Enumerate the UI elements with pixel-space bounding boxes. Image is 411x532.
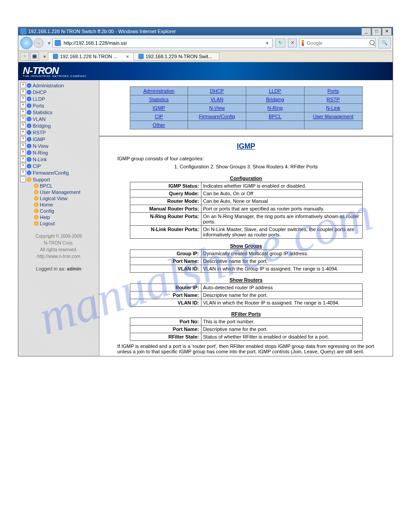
copyright: Copyright © 2008-2009 N-TRON Corp. All r… — [18, 233, 99, 260]
tree-expander[interactable]: + — [20, 89, 26, 95]
def-value: Can be Auto, None or Manual — [201, 197, 362, 205]
tree-expander[interactable]: + — [20, 136, 26, 142]
nav-link[interactable]: N-Ring — [267, 105, 283, 111]
sidebar-item[interactable]: Help — [40, 215, 50, 220]
nav-link[interactable]: VLAN — [210, 97, 223, 102]
sidebar-item[interactable]: Support — [33, 177, 50, 182]
window-title: 192.168.1.228 N-TRON Switch ff:2b:00 - W… — [28, 29, 176, 34]
login-status: Logged in as: admin — [18, 266, 99, 271]
definition-table: Group IP:Dynamically created Multicast g… — [130, 249, 363, 273]
tree-expander[interactable]: + — [20, 129, 26, 135]
stop-button[interactable]: ✕ — [288, 39, 297, 47]
sidebar-item[interactable]: LLDP — [33, 96, 45, 102]
nav-link[interactable]: IGMP — [153, 105, 165, 111]
tree-expander[interactable]: + — [20, 143, 26, 149]
sidebar-item[interactable]: Firmware/Config — [33, 170, 69, 176]
tree-expander[interactable]: + — [20, 156, 26, 162]
def-value: Port or ports that are specified as rout… — [201, 205, 362, 213]
section-heading: RFilter Ports — [99, 311, 393, 317]
quick-tabs-button[interactable]: ▦ — [30, 52, 39, 61]
search-icon[interactable] — [369, 40, 372, 46]
tree-expander[interactable]: + — [20, 109, 26, 115]
close-button[interactable]: ✕ — [382, 28, 392, 36]
sidebar-item[interactable]: Ports — [33, 103, 44, 108]
page-title: IGMP — [99, 142, 393, 150]
bullet-icon — [34, 184, 39, 188]
nav-link[interactable]: Statistics — [149, 97, 169, 102]
nav-link[interactable]: DHCP — [210, 88, 224, 94]
favorites-button[interactable]: ★ — [20, 52, 29, 61]
tree-expander[interactable]: + — [20, 150, 26, 155]
sidebar-item[interactable]: Home — [40, 202, 53, 207]
sidebar-item[interactable]: VLAN — [33, 116, 46, 122]
url-input[interactable] — [63, 40, 264, 46]
sidebar-item[interactable]: DHCP — [33, 90, 47, 95]
nav-link[interactable]: N-View — [209, 105, 225, 111]
bullet-icon — [27, 97, 31, 101]
tree-expander[interactable]: - — [20, 176, 26, 182]
nav-link[interactable]: BPCL — [269, 114, 282, 119]
tree-expander[interactable]: + — [20, 163, 26, 169]
tab-icon — [138, 54, 144, 59]
address-bar[interactable]: ▾ — [52, 38, 273, 48]
nav-link[interactable]: Administration — [143, 88, 175, 94]
back-button[interactable]: ← — [20, 37, 33, 49]
nav-link[interactable]: LLDP — [269, 88, 282, 94]
search-box[interactable] — [300, 38, 376, 48]
bullet-icon — [27, 171, 31, 175]
forward-button[interactable]: → — [34, 38, 43, 48]
maximize-button[interactable]: □ — [372, 28, 381, 36]
tab-close-icon[interactable]: × — [124, 54, 129, 59]
sidebar-item[interactable]: N-Ring — [33, 150, 48, 155]
history-dropdown[interactable]: ▾ — [46, 40, 52, 46]
tree-expander[interactable]: + — [20, 123, 26, 129]
ntron-link[interactable]: http://www.n-tron.com — [37, 254, 81, 259]
nav-link[interactable]: N-Link — [326, 105, 340, 111]
nav-link[interactable]: Other — [153, 122, 165, 128]
tabs-dropdown[interactable]: ▾ — [42, 54, 48, 60]
sidebar-item[interactable]: Bridging — [33, 123, 51, 129]
tree-expander[interactable]: + — [20, 170, 26, 176]
definition-table: IGMP Status:Indicates whether IGMP is en… — [130, 182, 363, 239]
google-icon — [302, 40, 304, 46]
minimize-button[interactable]: _ — [361, 28, 371, 36]
address-dropdown[interactable]: ▾ — [264, 40, 270, 46]
bullet-icon — [34, 202, 39, 207]
sidebar-item[interactable]: CIP — [33, 163, 41, 169]
browser-tab[interactable]: 192.168.1.229 N-TRON Swit... — [133, 52, 219, 60]
nav-link[interactable]: CIP — [155, 114, 163, 119]
sidebar-item[interactable]: Administration — [33, 83, 64, 88]
tree-expander[interactable]: + — [20, 116, 26, 122]
browser-tab[interactable]: 192.168.1.228 N-TRON ...× — [48, 52, 134, 60]
sidebar-item[interactable]: RSTP — [33, 130, 46, 135]
search-input[interactable] — [306, 40, 369, 46]
nav-link[interactable]: RSTP — [326, 97, 339, 102]
tree-expander[interactable]: + — [20, 103, 26, 108]
def-value: This is the port number. — [201, 318, 362, 326]
bullet-icon — [34, 196, 39, 201]
sidebar-item[interactable]: IGMP — [33, 137, 45, 142]
bullet-icon — [27, 90, 31, 94]
sidebar-item[interactable]: Statistics — [33, 110, 52, 115]
sidebar-item[interactable]: N-Link — [33, 157, 47, 162]
sidebar-item[interactable]: Logout — [40, 221, 55, 226]
nav-link[interactable]: User Management — [313, 114, 354, 119]
zoom-button[interactable]: 🔍 — [378, 38, 391, 48]
nav-link[interactable]: Bridging — [266, 97, 284, 102]
def-key: Router IP: — [130, 284, 201, 292]
tree-expander[interactable]: + — [20, 82, 26, 88]
tree-expander[interactable]: + — [20, 96, 26, 102]
sidebar-item[interactable]: Config — [40, 208, 54, 214]
ie-icon — [20, 28, 26, 34]
def-key: VLAN ID: — [130, 299, 201, 307]
sidebar-item[interactable]: User Management — [40, 189, 81, 195]
sidebar-item[interactable]: N-View — [33, 143, 48, 149]
nav-link[interactable]: Firmware/Config — [199, 114, 235, 119]
sidebar-item[interactable]: Logical View — [40, 196, 68, 201]
def-key: VLAN ID: — [130, 265, 201, 273]
tab-label: 192.168.1.229 N-TRON Swit... — [146, 54, 212, 59]
sidebar-item[interactable]: BPCL — [40, 183, 53, 189]
tab-icon — [53, 54, 58, 59]
nav-link[interactable]: Ports — [327, 88, 339, 94]
refresh-button[interactable]: ↻ — [275, 39, 285, 47]
